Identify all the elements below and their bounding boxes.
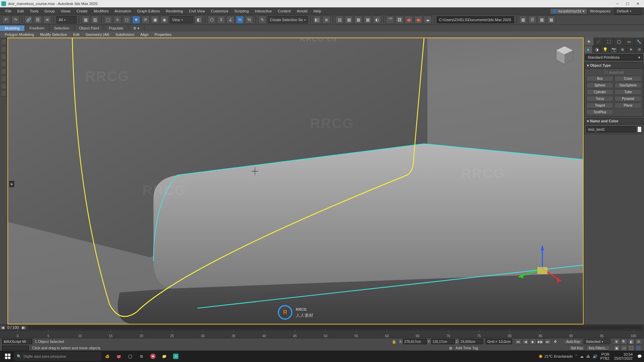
prim-textplus[interactable]: TextPlus [586, 109, 613, 115]
viewport-perspective[interactable]: [+] [Perspective ] [User Defined ] [Defa… [7, 38, 584, 324]
minimize-button[interactable]: ─ [612, 1, 623, 7]
next-frame-button[interactable]: ▶▶ [537, 339, 544, 345]
menu-scripting[interactable]: Scripting [232, 8, 252, 14]
menu-customize[interactable]: Customize [208, 8, 231, 14]
nav-zoom-extents-button[interactable]: ▣ [613, 345, 620, 351]
cmd-tab-modify[interactable]: ☄ [594, 38, 604, 46]
menu-tools[interactable]: Tools [27, 8, 41, 14]
lock-selection-icon[interactable]: 🔒 [392, 340, 396, 344]
nav-zoom-region-button[interactable]: ▭ [621, 345, 627, 351]
tray-volume-icon[interactable]: 🔊 [593, 354, 597, 359]
cmd-tab-hierarchy[interactable]: ⛶ [604, 38, 614, 46]
coord-z-input[interactable] [460, 339, 483, 344]
taskbar-fish-icon[interactable]: 🐠 [102, 352, 113, 361]
select-region-button[interactable]: ▦ [82, 16, 90, 24]
menu-group[interactable]: Group [42, 8, 57, 14]
coord-x-input[interactable] [403, 339, 427, 344]
key-filters-button[interactable]: Key Filters... [586, 346, 610, 351]
spinner-snap-button[interactable]: % [245, 16, 253, 24]
tab-object-paint[interactable]: Object Paint [74, 25, 104, 31]
auto-key-button[interactable]: Auto Key [564, 339, 582, 344]
menu-edit[interactable]: Edit [15, 8, 26, 14]
sub-polygon-modeling[interactable]: Polygon Modeling [2, 32, 37, 37]
strip-btn-3[interactable] [1, 54, 6, 60]
menu-help[interactable]: Help [311, 8, 324, 14]
key-filter-dropdown[interactable]: Selected▾ [584, 339, 610, 344]
cat-shapes-icon[interactable]: ◑ [593, 46, 601, 53]
sub-modify-selection[interactable]: Modify Selection [37, 32, 70, 37]
ref-coord-dropdown[interactable]: View▾ [170, 16, 193, 23]
cat-spacewarps-icon[interactable]: ✶ [627, 46, 636, 53]
maxscript-listener[interactable]: MAXScript Mi [2, 339, 32, 344]
prev-frame-button[interactable]: ◀ [522, 339, 529, 345]
tab-selection[interactable]: Selection [49, 25, 74, 31]
menu-graph-editors[interactable]: Graph Editors [135, 8, 163, 14]
nav-walk-button[interactable]: 👣 [635, 345, 642, 351]
nav-pan-button[interactable]: ✥ [613, 339, 620, 345]
rollout-name-color[interactable]: ▾ Name and Color [585, 118, 643, 124]
strip-btn-6[interactable] [1, 76, 6, 82]
goto-start-button[interactable]: ⏮ [515, 339, 522, 345]
ribbon-toggle-button[interactable]: ▦ [345, 16, 353, 24]
cmd-tab-motion[interactable]: ◯ [614, 38, 624, 46]
nav-orbit-button[interactable]: ⟳ [635, 339, 642, 345]
sub-edit[interactable]: Edit [70, 32, 82, 37]
sub-geometry[interactable]: Geometry (All) [83, 32, 112, 37]
move-button[interactable]: ✥ [132, 16, 140, 24]
cat-lights-icon[interactable]: 💡 [601, 46, 610, 53]
menu-interactive[interactable]: Interactive [252, 8, 275, 14]
rotate-button[interactable]: ⟳ [142, 16, 150, 24]
maximize-button[interactable]: ☐ [623, 1, 633, 7]
menu-modifiers[interactable]: Modifiers [91, 8, 111, 14]
bind-button[interactable]: ≋ [43, 16, 51, 24]
prim-tube[interactable]: Tube [614, 89, 642, 95]
primitive-category-dropdown[interactable]: Standard Primitives▾ [585, 54, 643, 60]
goto-end-button[interactable]: ⏭ [544, 339, 551, 345]
undo-button[interactable]: ↶ [2, 16, 10, 24]
edit-named-sel-button[interactable]: ✎ [258, 16, 266, 24]
time-slider[interactable]: ◀ 0 / 100 ▶ [0, 325, 644, 330]
cmd-tab-display[interactable]: ▭ [624, 38, 634, 46]
menu-create[interactable]: Create [74, 8, 90, 14]
menu-views[interactable]: Views [58, 8, 73, 14]
toggle-layer-button[interactable]: ▤ [335, 16, 343, 24]
menu-civil-view[interactable]: Civil View [186, 8, 207, 14]
material-editor-button[interactable]: ◐ [373, 16, 381, 24]
workspace-dropdown[interactable]: Default▾ [614, 7, 641, 15]
prim-torus[interactable]: Torus [586, 96, 613, 102]
sub-subdivision[interactable]: Subdivision [113, 32, 137, 37]
prim-plane[interactable]: Plane [614, 103, 642, 108]
prim-pyramid[interactable]: Pyramid [614, 96, 642, 102]
select-name-button[interactable]: ≡ [113, 16, 121, 24]
script-mini-listener[interactable] [2, 346, 29, 350]
menu-arnold[interactable]: Arnold [294, 8, 310, 14]
percent-snap-button[interactable]: % [236, 16, 244, 24]
key-mode-button[interactable]: ✥ [554, 340, 561, 344]
strip-btn-7[interactable] [1, 83, 6, 89]
object-color-swatch[interactable] [637, 126, 642, 132]
pivot-button[interactable]: ◧ [195, 16, 203, 24]
sub-properties[interactable]: Properties [152, 32, 174, 37]
viewcube[interactable] [553, 44, 576, 67]
redo-button[interactable]: ↷ [11, 16, 19, 24]
weather-widget[interactable]: ☀️ 21°C Ensolarado [538, 354, 573, 359]
prim-sphere[interactable]: Sphere [586, 82, 613, 88]
tray-chevron-up-icon[interactable]: ˄ [575, 354, 577, 359]
unlink-button[interactable]: ⛓ [34, 16, 42, 24]
strip-btn-2[interactable] [1, 46, 6, 52]
menu-animation[interactable]: Animation [112, 8, 134, 14]
cat-helpers-icon[interactable]: ≋ [618, 46, 627, 53]
menu-file[interactable]: File [3, 8, 14, 14]
tab-freeform[interactable]: Freeform [25, 25, 50, 31]
taskbar-explorer[interactable]: 📁 [159, 352, 170, 361]
menu-content[interactable]: Content [275, 8, 293, 14]
link-button[interactable]: 🔗 [24, 16, 33, 24]
render-button[interactable]: 🫖 [405, 16, 413, 24]
snap-toggle-button[interactable]: 3 [217, 16, 225, 24]
play-button[interactable]: ▶ [530, 339, 536, 345]
select-manip-button[interactable]: ⬡ [208, 16, 216, 24]
render-last-button[interactable]: 🫖 [414, 16, 422, 24]
prim-geosphere[interactable]: GeoSphere [614, 82, 642, 88]
viewport-expand-arrow[interactable]: ▶ [9, 181, 14, 187]
misc-button[interactable]: ▦ [547, 16, 555, 24]
